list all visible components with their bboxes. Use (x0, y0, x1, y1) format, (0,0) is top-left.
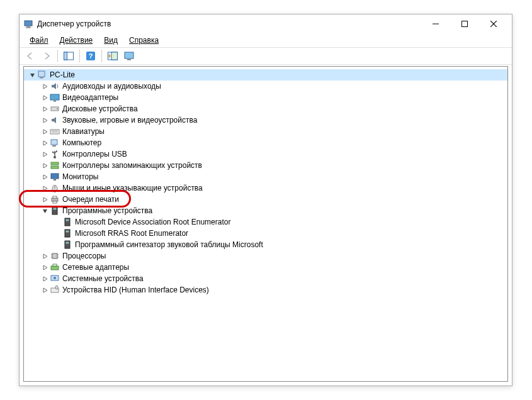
svg-rect-42 (66, 219, 69, 221)
svg-rect-37 (53, 196, 57, 198)
svg-rect-25 (52, 145, 56, 147)
chevron-right-icon[interactable] (40, 104, 49, 113)
tree-child-11-1[interactable]: Microsoft RRAS Root Enumerator (24, 228, 507, 239)
svg-rect-13 (125, 52, 133, 58)
node-label: Программные устройства (62, 206, 152, 215)
tree-item-2[interactable]: Дисковые устройства (24, 103, 507, 114)
svg-rect-40 (54, 208, 57, 210)
node-label: Аудиовходы и аудиовыходы (62, 82, 161, 91)
node-label: Клавиатуры (62, 127, 105, 136)
svg-rect-44 (66, 231, 69, 233)
tree-child-11-2[interactable]: Программный синтезатор звуковой таблицы … (24, 239, 507, 250)
svg-text:?: ? (89, 52, 93, 60)
titlebar: Диспетчер устройств (20, 14, 512, 33)
svg-rect-38 (53, 201, 57, 203)
scan-hardware-button[interactable] (106, 49, 120, 63)
tree-item-11[interactable]: Программные устройства (24, 205, 507, 216)
chevron-right-icon[interactable] (40, 161, 49, 170)
tree-item-14[interactable]: Системные устройства (24, 273, 507, 284)
storage-icon (50, 160, 60, 170)
svg-point-57 (55, 286, 58, 289)
menu-action[interactable]: Действие (55, 35, 98, 46)
tree-item-1[interactable]: Видеоадаптеры (24, 92, 507, 103)
svg-rect-4 (462, 21, 468, 27)
chevron-right-icon[interactable] (40, 274, 49, 283)
svg-rect-36 (52, 198, 58, 201)
node-label: Устройства HID (Human Interface Devices) (62, 286, 209, 294)
svg-rect-15 (38, 71, 45, 77)
tree-item-5[interactable]: Компьютер (24, 137, 507, 148)
tree-item-12[interactable]: Процессоры (24, 250, 507, 262)
svg-rect-18 (54, 101, 56, 102)
svg-rect-16 (40, 77, 43, 79)
tree-item-10[interactable]: Очереди печати (24, 194, 507, 205)
tree-item-0[interactable]: Аудиовходы и аудиовыходы (24, 81, 507, 92)
help-button[interactable]: ? (84, 49, 98, 63)
svg-rect-29 (56, 151, 57, 152)
svg-rect-52 (51, 266, 59, 270)
tree-child-11-0[interactable]: Microsoft Device Association Root Enumer… (24, 216, 507, 228)
node-label: Звуковые, игровые и видеоустройства (62, 116, 197, 125)
tree-root[interactable]: PC-Lite (24, 69, 507, 81)
toolbar-separator (57, 50, 58, 62)
svg-point-28 (52, 152, 54, 153)
chevron-right-icon[interactable] (40, 252, 49, 260)
menu-view[interactable]: Вид (99, 35, 123, 46)
chevron-right-icon[interactable] (40, 263, 49, 272)
menu-file[interactable]: Файл (25, 35, 54, 46)
usb-icon (50, 149, 60, 159)
disk-icon (50, 104, 60, 114)
node-label: Компьютер (62, 138, 101, 147)
chevron-right-icon[interactable] (40, 138, 49, 147)
chevron-right-icon[interactable] (40, 195, 49, 204)
menu-help[interactable]: Справка (124, 35, 164, 46)
back-button[interactable] (23, 49, 37, 63)
node-label: Мыши и иные указывающие устройства (62, 184, 203, 192)
svg-rect-46 (66, 242, 69, 244)
tree-item-7[interactable]: Контроллеры запоминающих устройств (24, 160, 507, 171)
tree-item-13[interactable]: Сетевые адаптеры (24, 262, 507, 273)
device-tree[interactable]: PC-LiteАудиовходы и аудиовыходыВидеоадап… (23, 66, 508, 382)
tree-item-3[interactable]: Звуковые, игровые и видеоустройства (24, 114, 507, 126)
chevron-down-icon[interactable] (40, 206, 49, 215)
node-label: Контроллеры USB (62, 150, 127, 158)
cpu-icon (50, 251, 60, 261)
software-icon (50, 206, 60, 216)
chevron-right-icon[interactable] (40, 93, 49, 102)
chevron-right-icon[interactable] (40, 286, 49, 294)
mouse-icon (50, 183, 60, 193)
device-manager-window: Диспетчер устройств Файл Действие Вид Сп… (19, 14, 512, 386)
svg-rect-53 (53, 264, 57, 266)
display-icon (50, 92, 60, 103)
chevron-down-icon[interactable] (28, 70, 37, 79)
chevron-right-icon[interactable] (40, 116, 49, 125)
tree-item-8[interactable]: Мониторы (24, 171, 507, 182)
window-controls (421, 14, 508, 33)
chevron-right-icon[interactable] (40, 172, 49, 181)
tree-item-6[interactable]: Контроллеры USB (24, 148, 507, 160)
node-label: Мониторы (62, 172, 98, 181)
toolbar: ? (20, 47, 512, 65)
monitor-button[interactable] (122, 49, 136, 63)
hid-icon (50, 285, 60, 295)
svg-rect-8 (64, 52, 67, 60)
close-button[interactable] (479, 14, 508, 33)
node-label: Microsoft Device Association Root Enumer… (75, 218, 230, 226)
forward-button[interactable] (40, 49, 54, 63)
svg-point-20 (57, 108, 58, 109)
app-icon (23, 19, 33, 29)
tree-item-4[interactable]: Клавиатуры (24, 126, 507, 137)
chevron-right-icon[interactable] (40, 184, 49, 192)
chevron-right-icon[interactable] (40, 150, 49, 158)
chip-icon (62, 217, 72, 227)
minimize-button[interactable] (421, 14, 450, 33)
show-hide-tree-button[interactable] (62, 49, 76, 63)
chevron-right-icon[interactable] (40, 82, 49, 91)
node-label: Системные устройства (62, 274, 144, 283)
tree-item-9[interactable]: Мыши и иные указывающие устройства (24, 182, 507, 194)
maximize-button[interactable] (450, 14, 479, 33)
tree-item-15[interactable]: Устройства HID (Human Interface Devices) (24, 284, 507, 296)
svg-point-55 (54, 277, 56, 279)
chevron-right-icon[interactable] (40, 127, 49, 136)
svg-rect-30 (51, 162, 59, 165)
